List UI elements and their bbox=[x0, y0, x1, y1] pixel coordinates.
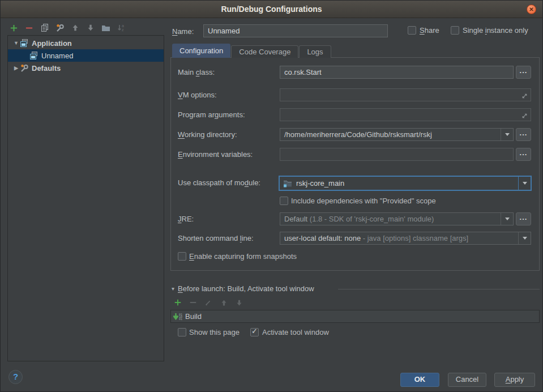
expand-field-icon[interactable] bbox=[521, 91, 528, 101]
remove-icon[interactable] bbox=[189, 298, 198, 307]
main-class-value: co.rsk.Start bbox=[284, 68, 322, 76]
module-combo[interactable]: rskj-core_main bbox=[279, 176, 532, 191]
share-label: Share bbox=[420, 26, 439, 35]
apply-button[interactable]: Apply bbox=[494, 373, 535, 387]
activate-tool-window-label: Activate tool window bbox=[262, 328, 329, 336]
shorten-command-line-value: user-local default: none - java [options… bbox=[280, 234, 518, 242]
application-type-icon bbox=[20, 39, 29, 48]
remove-icon[interactable] bbox=[24, 23, 34, 32]
build-icon: 011001 bbox=[173, 313, 182, 321]
include-provided-checkbox[interactable] bbox=[280, 197, 288, 205]
move-up-icon[interactable] bbox=[219, 298, 228, 307]
chevron-down-icon[interactable]: ▼ bbox=[12, 40, 20, 46]
titlebar[interactable]: Run/Debug Configurations ✕ bbox=[1, 1, 542, 18]
module-value: rskj-core_main bbox=[292, 179, 518, 188]
tree-item-application[interactable]: ▼ Application bbox=[8, 37, 164, 49]
tree-item-label: Application bbox=[32, 39, 72, 48]
before-launch-task-row[interactable]: 011001 Build bbox=[170, 310, 540, 323]
close-button[interactable]: ✕ bbox=[527, 5, 536, 14]
working-directory-value: /home/meriherrera/Code/Github/rsksmart/r… bbox=[280, 130, 501, 139]
help-icon: ? bbox=[13, 372, 18, 381]
shorten-command-line-combo[interactable]: user-local default: none - java [options… bbox=[280, 232, 531, 245]
working-directory-label: Working directory: bbox=[178, 130, 237, 139]
working-directory-combo[interactable]: /home/meriherrera/Code/Github/rsksmart/r… bbox=[280, 128, 514, 141]
activate-tool-window-checkbox[interactable]: ✓ bbox=[250, 328, 259, 336]
shorten-command-line-label: Shorten command line: bbox=[178, 234, 254, 242]
tree-item-unnamed[interactable]: Unnamed bbox=[8, 49, 164, 62]
dropdown-arrow[interactable] bbox=[501, 129, 513, 140]
jre-value: Default (1.8 - SDK of 'rskj-core_main' m… bbox=[280, 215, 501, 223]
tab-configuration[interactable]: Configuration bbox=[172, 44, 230, 58]
dropdown-arrow[interactable] bbox=[501, 213, 513, 225]
help-button[interactable]: ? bbox=[8, 370, 23, 384]
check-icon: ✓ bbox=[251, 327, 258, 335]
defaults-icon bbox=[20, 63, 29, 73]
environment-variables-browse-button[interactable]: ... bbox=[516, 148, 531, 161]
copy-icon[interactable] bbox=[40, 23, 49, 32]
single-instance-checkbox[interactable] bbox=[451, 26, 459, 35]
include-provided-label: Include dependencies with "Provided" sco… bbox=[291, 197, 436, 205]
dropdown-arrow[interactable] bbox=[518, 177, 531, 190]
dropdown-arrow[interactable] bbox=[518, 232, 531, 244]
before-launch-toolbar bbox=[173, 298, 243, 307]
name-label: Name: bbox=[172, 27, 194, 36]
program-arguments-field[interactable] bbox=[280, 108, 531, 121]
chevron-down-icon bbox=[523, 237, 527, 240]
add-icon[interactable] bbox=[173, 298, 182, 307]
chevron-down-icon bbox=[505, 133, 510, 136]
tree-item-label: Unnamed bbox=[41, 52, 73, 60]
close-icon: ✕ bbox=[529, 6, 533, 12]
task-label: Build bbox=[185, 312, 202, 321]
main-class-label: Main class: bbox=[178, 68, 215, 76]
vm-options-field[interactable] bbox=[280, 88, 531, 101]
program-arguments-label: Program arguments: bbox=[178, 110, 245, 119]
svg-text:a: a bbox=[122, 24, 124, 28]
jre-browse-button[interactable]: ... bbox=[516, 212, 531, 225]
tab-code-coverage[interactable]: Code Coverage bbox=[231, 45, 298, 58]
show-this-page-label: Show this page bbox=[189, 328, 240, 336]
enable-snapshots-label: Enable capturing form snapshots bbox=[189, 252, 297, 261]
module-icon bbox=[283, 179, 292, 188]
separator bbox=[338, 289, 540, 289]
window-title: Run/Debug Configurations bbox=[1, 1, 542, 18]
chevron-down-icon bbox=[505, 218, 510, 220]
use-classpath-of-module-label: Use classpath of module: bbox=[178, 178, 260, 187]
main-class-browse-button[interactable]: ... bbox=[516, 66, 531, 79]
move-down-icon[interactable] bbox=[234, 298, 243, 307]
move-up-icon[interactable] bbox=[70, 23, 80, 32]
environment-variables-field[interactable] bbox=[280, 148, 514, 161]
expand-field-icon[interactable] bbox=[521, 111, 528, 121]
tree-item-defaults[interactable]: ▶ Defaults bbox=[8, 62, 164, 74]
move-down-icon[interactable] bbox=[85, 23, 95, 32]
main-class-field[interactable]: co.rsk.Start bbox=[280, 66, 514, 79]
collapse-icon[interactable]: ▾ bbox=[172, 286, 174, 292]
chevron-down-icon bbox=[523, 182, 527, 185]
share-checkbox[interactable] bbox=[408, 26, 416, 35]
name-input[interactable] bbox=[203, 24, 388, 37]
before-launch-title: Before launch: Build, Activate tool wind… bbox=[178, 284, 314, 293]
cancel-button[interactable]: Cancel bbox=[448, 373, 486, 387]
sort-alphabetically-icon[interactable]: az bbox=[116, 23, 126, 32]
edit-defaults-icon[interactable] bbox=[55, 23, 65, 32]
tree-item-label: Defaults bbox=[32, 64, 61, 73]
working-directory-browse-button[interactable]: ... bbox=[516, 128, 531, 141]
application-type-icon bbox=[29, 51, 39, 60]
tab-logs[interactable]: Logs bbox=[299, 45, 331, 58]
before-launch-header[interactable]: ▾ Before launch: Build, Activate tool wi… bbox=[172, 284, 314, 293]
svg-text:z: z bbox=[122, 28, 124, 32]
ok-button[interactable]: OK bbox=[400, 373, 439, 387]
jre-combo[interactable]: Default (1.8 - SDK of 'rskj-core_main' m… bbox=[280, 212, 514, 225]
chevron-right-icon[interactable]: ▶ bbox=[12, 65, 20, 71]
edit-icon[interactable] bbox=[204, 298, 213, 307]
jre-hint: (1.8 - SDK of 'rskj-core_main' module) bbox=[310, 215, 434, 223]
show-this-page-checkbox[interactable] bbox=[178, 328, 186, 336]
enable-snapshots-checkbox[interactable] bbox=[178, 252, 186, 261]
configurations-tree: ▼ Application Unnamed ▶ Defaults bbox=[7, 35, 164, 361]
environment-variables-label: Environment variables: bbox=[178, 150, 253, 159]
vm-options-label: VM options: bbox=[178, 91, 217, 99]
tab-bar: Configuration Code Coverage Logs bbox=[172, 44, 331, 58]
single-instance-label: Single instance only bbox=[463, 26, 528, 35]
add-icon[interactable] bbox=[9, 23, 19, 32]
new-folder-icon[interactable] bbox=[101, 23, 110, 32]
jre-label: JRE: bbox=[178, 215, 194, 223]
